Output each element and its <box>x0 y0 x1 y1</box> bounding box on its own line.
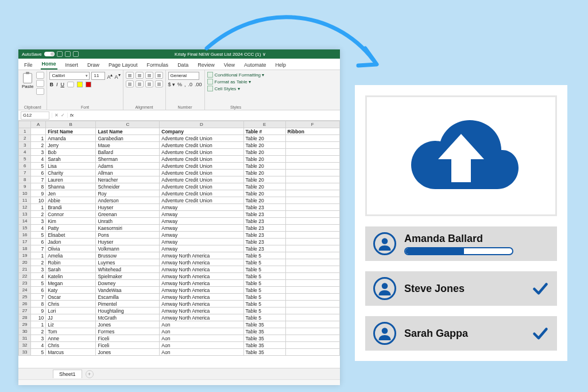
cell[interactable] <box>285 163 339 170</box>
cell[interactable]: Anderson <box>96 197 160 204</box>
cell[interactable]: 2 <box>31 211 46 218</box>
formula-input[interactable] <box>76 112 340 120</box>
cell[interactable]: Connor <box>46 211 96 218</box>
cell[interactable]: Liz <box>46 321 96 328</box>
cell[interactable]: 1 <box>31 321 46 328</box>
cell[interactable]: Table 20 <box>243 156 285 163</box>
undo-icon[interactable] <box>65 51 71 57</box>
cell[interactable]: Robin <box>46 259 96 266</box>
cell[interactable]: Allman <box>96 170 160 176</box>
cell[interactable]: 3 <box>31 149 46 156</box>
cell[interactable] <box>285 204 339 211</box>
cell[interactable]: Table 5 <box>243 294 285 301</box>
cell[interactable]: Ballard <box>96 149 160 156</box>
cell[interactable]: 8 <box>31 301 46 308</box>
cell[interactable]: 3 <box>31 335 46 342</box>
cell[interactable]: Charity <box>46 170 96 176</box>
cell[interactable] <box>285 287 339 294</box>
cell[interactable]: Ribbon <box>285 128 339 135</box>
menu-review[interactable]: Review <box>196 61 216 70</box>
cell[interactable]: 5 <box>31 280 46 287</box>
cell[interactable]: Aon <box>160 321 243 328</box>
cell[interactable]: Amway North America <box>160 287 243 294</box>
align-middle-button[interactable] <box>136 72 144 79</box>
menu-insert[interactable]: Insert <box>64 61 80 70</box>
cell[interactable]: 2 <box>31 328 46 335</box>
cell[interactable]: 3 <box>31 266 46 273</box>
cell[interactable]: Elisabet <box>46 232 96 239</box>
cell[interactable]: Table 23 <box>243 211 285 218</box>
cell[interactable]: Table 5 <box>243 308 285 314</box>
cell[interactable]: Pimentel <box>96 301 160 308</box>
cell[interactable]: Volkmann <box>96 245 160 252</box>
cell[interactable]: Garabedian <box>96 135 160 142</box>
align-bottom-button[interactable] <box>145 72 153 79</box>
cell[interactable] <box>285 321 339 328</box>
cell[interactable]: Table 5 <box>243 273 285 280</box>
cell[interactable]: Huyser <box>96 239 160 245</box>
cell[interactable] <box>285 314 339 321</box>
cell[interactable]: Table 20 <box>243 170 285 176</box>
decrease-decimal-button[interactable]: .00 <box>195 82 202 87</box>
cell[interactable]: 5 <box>31 232 46 239</box>
cell[interactable]: 5 <box>31 349 46 356</box>
cell[interactable]: 9 <box>31 190 46 197</box>
cell[interactable]: Amway North America <box>160 259 243 266</box>
cell[interactable]: Jones <box>96 349 160 356</box>
copy-button[interactable] <box>36 80 44 87</box>
cell[interactable]: Adventure Credit Union <box>160 163 243 170</box>
cell[interactable]: Adventure Credit Union <box>160 197 243 204</box>
cell[interactable] <box>285 294 339 301</box>
cell[interactable]: Table 5 <box>243 266 285 273</box>
cell[interactable]: VandeWaa <box>96 287 160 294</box>
cell[interactable]: Aon <box>160 335 243 342</box>
cell[interactable]: Neracher <box>96 176 160 183</box>
cell[interactable]: Shanna <box>46 183 96 190</box>
underline-button[interactable]: U <box>60 82 64 87</box>
number-format-select[interactable]: General <box>168 72 199 80</box>
cell[interactable]: Table 20 <box>243 197 285 204</box>
align-right-button[interactable] <box>145 80 153 87</box>
cell[interactable]: Adventure Credit Union <box>160 170 243 176</box>
cell[interactable]: 7 <box>31 245 46 252</box>
fill-color-button[interactable] <box>77 82 83 87</box>
cell[interactable]: Amway North America <box>160 301 243 308</box>
cell[interactable] <box>285 232 339 239</box>
cell[interactable]: Jones <box>96 321 160 328</box>
cancel-formula-icon[interactable]: ✕ <box>55 113 59 118</box>
cell[interactable]: 5 <box>31 163 46 170</box>
cell[interactable] <box>285 225 339 232</box>
cell[interactable]: 2 <box>31 259 46 266</box>
cell[interactable]: Escamilla <box>96 294 160 301</box>
cell[interactable]: Jerry <box>46 142 96 149</box>
column-header[interactable]: A <box>31 121 46 128</box>
cell[interactable]: Adventure Credit Union <box>160 156 243 163</box>
cell[interactable] <box>285 308 339 314</box>
cell[interactable]: Sarah <box>46 156 96 163</box>
cell[interactable]: 6 <box>31 287 46 294</box>
cell[interactable]: Lisa <box>46 163 96 170</box>
cell[interactable]: Adventure Credit Union <box>160 190 243 197</box>
spreadsheet-grid[interactable]: ABCDEF1First NameLast NameCompanyTable #… <box>18 121 340 368</box>
fx-icon[interactable]: fx <box>68 113 76 118</box>
cell[interactable]: Amway North America <box>160 314 243 321</box>
cell[interactable] <box>285 273 339 280</box>
cell[interactable]: Jen <box>46 190 96 197</box>
column-header[interactable]: F <box>285 121 339 128</box>
cell[interactable]: McGrath <box>96 314 160 321</box>
cell[interactable]: Table 35 <box>243 342 285 349</box>
cell[interactable]: Olivia <box>46 245 96 252</box>
cell[interactable]: Kim <box>46 218 96 225</box>
cell[interactable]: Table 23 <box>243 239 285 245</box>
cell[interactable]: Amelia <box>46 252 96 259</box>
cell[interactable]: Ficeli <box>96 342 160 349</box>
autosave-toggle[interactable] <box>44 52 55 56</box>
menu-automate[interactable]: Automate <box>243 61 268 70</box>
menu-home[interactable]: Home <box>41 60 57 70</box>
cell[interactable]: Aon <box>160 349 243 356</box>
cell[interactable] <box>285 183 339 190</box>
cell[interactable]: Table 20 <box>243 183 285 190</box>
cell[interactable]: Aon <box>160 328 243 335</box>
cell[interactable]: Lori <box>46 308 96 314</box>
cell[interactable]: Oscar <box>46 294 96 301</box>
